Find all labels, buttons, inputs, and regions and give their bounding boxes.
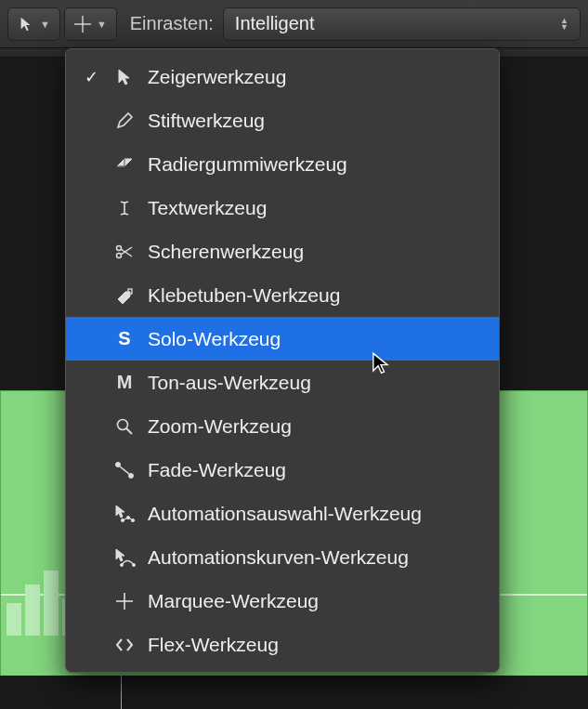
menu-item-flex[interactable]: Flex-Werkzeug	[66, 623, 499, 666]
menu-item-label: Fade-Werkzeug	[148, 459, 286, 481]
menu-item-mute[interactable]: MTon-aus-Werkzeug	[66, 361, 499, 404]
menu-item-label: Zoom-Werkzeug	[148, 415, 292, 438]
menu-item-eraser[interactable]: Radiergummiwerkzeug	[66, 142, 499, 186]
menu-item-label: Automationsauswahl-Werkzeug	[148, 503, 422, 525]
menu-item-label: Zeigerwerkzeug	[148, 66, 286, 88]
chevron-down-icon: ▼	[40, 19, 50, 30]
toolbar: ▼ ▼ Einrasten: Intelligent ▲▼	[0, 0, 588, 48]
menu-item-autosel[interactable]: Automationsauswahl-Werkzeug	[66, 492, 499, 535]
svg-point-3	[117, 245, 122, 250]
svg-point-4	[117, 253, 122, 257]
menu-item-autocurve[interactable]: Automationskurven-Werkzeug	[66, 535, 499, 579]
snap-value: Intelligent	[235, 13, 315, 34]
solo-icon: S	[111, 328, 138, 349]
mute-icon: M	[111, 372, 138, 393]
menu-item-zoom[interactable]: Zoom-Werkzeug	[66, 404, 499, 448]
flex-icon	[111, 636, 138, 654]
svg-point-8	[118, 419, 128, 429]
autosel-icon	[111, 504, 138, 524]
menu-item-fade[interactable]: Fade-Werkzeug	[66, 448, 499, 492]
svg-point-11	[129, 473, 134, 478]
menu-item-marquee[interactable]: Marquee-Werkzeug	[66, 579, 499, 623]
pointer-icon	[111, 68, 138, 86]
menu-item-glue[interactable]: Klebetuben-Werkzeug	[66, 273, 499, 317]
svg-point-17	[133, 563, 136, 566]
menu-item-label: Automationskurven-Werkzeug	[148, 546, 409, 569]
svg-line-12	[120, 466, 129, 474]
menu-item-label: Marquee-Werkzeug	[148, 590, 319, 612]
menu-item-pencil[interactable]: Stiftwerkzeug	[66, 98, 499, 142]
scissors-icon	[111, 243, 138, 261]
menu-item-pointer[interactable]: ✓Zeigerwerkzeug	[66, 55, 499, 98]
zoom-icon	[111, 417, 138, 436]
menu-item-scissors[interactable]: Scherenwerkzeug	[66, 230, 499, 273]
mouse-cursor	[370, 351, 392, 377]
menu-item-label: Klebetuben-Werkzeug	[148, 284, 340, 307]
autocurve-icon	[111, 547, 138, 568]
pencil-icon	[111, 112, 138, 130]
svg-line-9	[126, 428, 132, 434]
menu-item-label: Flex-Werkzeug	[148, 634, 279, 656]
svg-point-10	[116, 462, 121, 466]
check-icon: ✓	[81, 67, 101, 87]
menu-item-label: Ton-aus-Werkzeug	[148, 372, 311, 394]
primary-tool-button[interactable]: ▼	[7, 7, 60, 41]
snap-mode-select[interactable]: Intelligent ▲▼	[223, 7, 581, 41]
menu-item-solo[interactable]: SSolo-Werkzeug	[66, 317, 499, 361]
svg-point-16	[121, 563, 124, 566]
menu-item-text[interactable]: Textwerkzeug	[66, 186, 499, 230]
glue-icon	[111, 286, 138, 305]
menu-item-label: Stiftwerkzeug	[148, 110, 265, 132]
secondary-tool-button[interactable]: ▼	[64, 7, 117, 41]
menu-item-label: Textwerkzeug	[148, 197, 267, 219]
snap-label: Einrasten:	[130, 13, 214, 34]
marquee-icon	[111, 592, 138, 611]
menu-item-label: Scherenwerkzeug	[148, 241, 304, 263]
track-footer	[0, 676, 588, 709]
eraser-icon	[111, 155, 138, 174]
menu-item-label: Radiergummiwerkzeug	[148, 153, 347, 176]
text-icon	[111, 199, 138, 217]
pointer-icon	[18, 16, 34, 33]
tool-menu[interactable]: ✓ZeigerwerkzeugStiftwerkzeugRadiergummiw…	[65, 48, 500, 673]
updown-icon: ▲▼	[560, 18, 568, 31]
marquee-icon	[74, 16, 91, 33]
chevron-down-icon: ▼	[97, 19, 107, 30]
fade-icon	[111, 461, 138, 479]
menu-item-label: Solo-Werkzeug	[148, 328, 281, 350]
